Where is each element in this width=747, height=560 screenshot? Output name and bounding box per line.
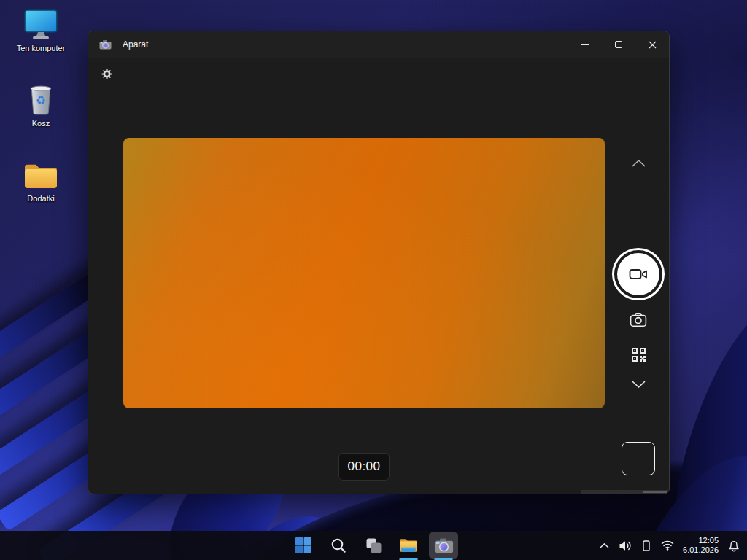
- horizontal-scrollbar[interactable]: [643, 491, 667, 493]
- camera-taskbar-button[interactable]: [429, 532, 458, 559]
- desktop-icon-dodatki[interactable]: Dodatki: [9, 153, 73, 206]
- task-view-icon: [365, 537, 382, 554]
- camera-app-icon: [434, 537, 454, 553]
- record-button-inner: [617, 253, 659, 295]
- battery-button[interactable]: [639, 535, 654, 556]
- camera-app-icon: [99, 39, 112, 50]
- taskbar-center: [289, 531, 458, 560]
- recycle-bin-icon: ♻: [26, 81, 55, 116]
- notifications-button[interactable]: [727, 535, 741, 556]
- close-button[interactable]: [635, 31, 669, 58]
- wifi-icon: [661, 540, 674, 551]
- video-camera-icon: [629, 268, 648, 281]
- chevron-up-icon: [600, 542, 609, 548]
- volume-button[interactable]: [618, 535, 632, 556]
- take-photo-button[interactable]: [628, 309, 649, 330]
- scan-qr-button[interactable]: [628, 344, 649, 365]
- search-button[interactable]: [324, 532, 353, 559]
- desktop-icon-label: Ten komputer: [17, 44, 66, 53]
- speaker-icon: [619, 540, 632, 551]
- record-video-button[interactable]: [612, 248, 665, 300]
- mode-up-button[interactable]: [628, 154, 649, 171]
- show-hidden-icons-button[interactable]: [597, 535, 611, 556]
- windows-logo-icon: [295, 537, 312, 554]
- desktop-icon-label: Dodatki: [27, 194, 54, 203]
- maximize-button[interactable]: [602, 31, 635, 58]
- system-tray: 12:05 6.01.2026: [597, 531, 741, 560]
- search-icon: [330, 537, 347, 553]
- start-button[interactable]: [289, 532, 318, 559]
- gallery-thumbnail-button[interactable]: [622, 442, 655, 475]
- file-explorer-icon: [399, 537, 418, 553]
- desktop-icon-kosz[interactable]: ♻ Kosz: [9, 78, 73, 131]
- taskbar-clock[interactable]: 12:05 6.01.2026: [681, 536, 720, 555]
- window-title: Aparat: [123, 39, 148, 50]
- clock-date: 6.01.2026: [683, 545, 719, 555]
- battery-icon: [643, 540, 650, 551]
- folder-icon: [23, 156, 58, 191]
- recording-timer: 00:00: [338, 453, 390, 481]
- window-bottom-bar: [581, 490, 669, 494]
- svg-text:♻: ♻: [36, 94, 46, 106]
- desktop-icon-label: Kosz: [32, 119, 50, 128]
- photo-camera-icon: [630, 312, 647, 327]
- gear-icon: [101, 68, 113, 80]
- close-icon: [649, 41, 657, 49]
- window-controls: [568, 31, 669, 58]
- camera-preview: [123, 138, 605, 408]
- minimize-button[interactable]: [568, 31, 602, 58]
- minimize-icon: [581, 44, 589, 45]
- file-explorer-button[interactable]: [394, 532, 423, 559]
- settings-button[interactable]: [96, 63, 117, 84]
- network-button[interactable]: [660, 535, 675, 556]
- titlebar[interactable]: Aparat: [88, 31, 669, 58]
- qr-code-icon: [631, 347, 646, 362]
- desktop-icon-ten-komputer[interactable]: Ten komputer: [9, 3, 73, 56]
- maximize-icon: [615, 41, 622, 48]
- desktop-icon-list: Ten komputer ♻ Kosz: [9, 3, 73, 206]
- camera-app-window: Aparat: [88, 31, 670, 494]
- chevron-down-icon: [632, 381, 646, 389]
- taskbar: 12:05 6.01.2026: [0, 531, 747, 560]
- monitor-icon: [23, 6, 58, 41]
- task-view-button[interactable]: [359, 532, 388, 559]
- bell-icon: [728, 540, 740, 552]
- mode-down-button[interactable]: [628, 376, 649, 393]
- chevron-up-icon: [632, 159, 646, 167]
- clock-time: 12:05: [683, 536, 719, 545]
- desktop-screen: Ten komputer ♻ Kosz: [0, 0, 747, 560]
